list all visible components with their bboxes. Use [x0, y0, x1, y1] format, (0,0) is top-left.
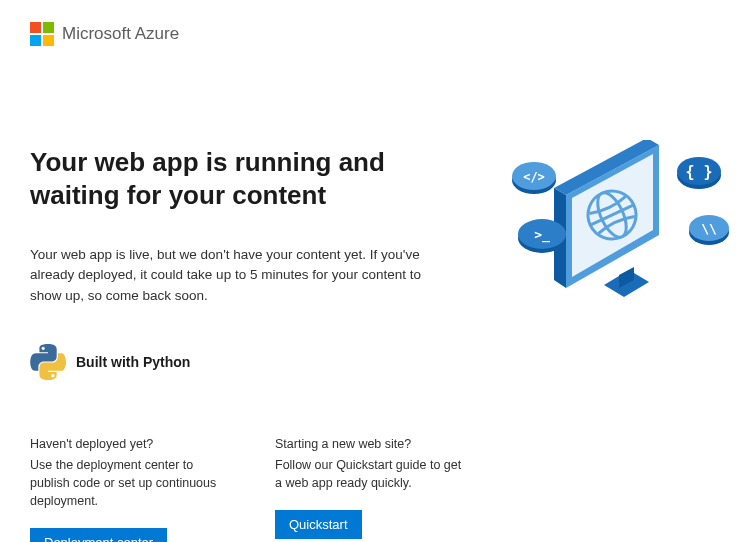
built-with-section: Built with Python [30, 344, 480, 380]
built-with-label: Built with Python [76, 354, 190, 370]
quickstart-column: Starting a new web site? Follow our Quic… [275, 435, 465, 542]
main-content: Your web app is running and waiting for … [30, 146, 480, 542]
header: Microsoft Azure [30, 22, 724, 46]
deploy-heading: Haven't deployed yet? [30, 435, 220, 453]
quickstart-button[interactable]: Quickstart [275, 510, 362, 539]
microsoft-logo-icon [30, 22, 54, 46]
quickstart-heading: Starting a new web site? [275, 435, 465, 453]
deploy-text: Use the deployment center to publish cod… [30, 456, 220, 510]
svg-text:{ }: { } [685, 163, 712, 181]
svg-text:\\: \\ [701, 221, 717, 236]
web-app-illustration-icon: </> >_ { } \\ [494, 140, 734, 330]
description-text: Your web app is live, but we don't have … [30, 245, 440, 306]
page-title: Your web app is running and waiting for … [30, 146, 480, 211]
quickstart-text: Follow our Quickstart guide to get a web… [275, 456, 465, 492]
deploy-column: Haven't deployed yet? Use the deployment… [30, 435, 220, 542]
python-icon [30, 344, 66, 380]
action-columns: Haven't deployed yet? Use the deployment… [30, 435, 480, 542]
deployment-center-button[interactable]: Deployment center [30, 528, 167, 542]
svg-text:</>: </> [523, 170, 545, 184]
brand-name: Microsoft Azure [62, 24, 179, 44]
svg-text:>_: >_ [534, 227, 550, 243]
